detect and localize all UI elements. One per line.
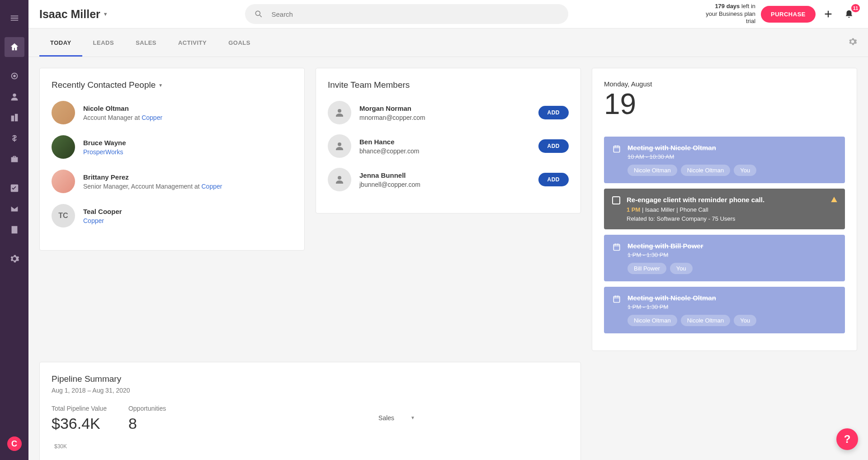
attendee-chip[interactable]: Bill Power <box>627 263 666 274</box>
page-title-dropdown[interactable]: Isaac Miller ▼ <box>39 8 108 21</box>
attendee-chip[interactable]: Nicole Oltman <box>627 165 677 176</box>
nav-mail[interactable] <box>5 199 24 219</box>
company-link[interactable]: Copper <box>83 217 104 224</box>
trial-status: 179 days left in your Business plan tria… <box>706 3 755 26</box>
add-member-button[interactable]: ADD <box>538 106 569 119</box>
calendar-date-label: Monday, August <box>604 80 845 88</box>
help-button[interactable]: ? <box>836 428 858 450</box>
purchase-button[interactable]: PURCHASE <box>761 6 816 23</box>
invite-team-card: Invite Team Members Morgan Norman mnorma… <box>316 68 581 213</box>
tab-today[interactable]: TODAY <box>39 28 82 57</box>
add-button[interactable] <box>820 6 836 22</box>
contact-row[interactable]: Brittany Perez Senior Manager, Account M… <box>52 170 292 193</box>
company-link[interactable]: Copper <box>142 114 162 121</box>
nav-reports[interactable] <box>5 220 24 240</box>
company-link[interactable]: Copper <box>202 183 222 190</box>
event-title: Meeting with Nicole Oltman <box>627 294 837 302</box>
task-time: 1 PM <box>627 206 640 213</box>
event-time: 1 PM - 1:30 PM <box>627 304 837 310</box>
pipeline-card: Pipeline Summary Aug 1, 2018 – Aug 31, 2… <box>39 362 581 460</box>
sidebar-rail: C <box>0 0 28 460</box>
search-box[interactable] <box>245 4 568 24</box>
checkbox-icon[interactable] <box>612 196 620 204</box>
stat-value: $36.4K <box>52 415 107 432</box>
pipeline-filter-select[interactable]: Sales ▼ <box>378 414 415 423</box>
task-related: Related to: Software Company - 75 Users <box>627 215 837 222</box>
contact-name: Teal Cooper <box>83 208 122 215</box>
nav-target[interactable] <box>5 66 24 86</box>
contact-name: Brittany Perez <box>83 173 222 181</box>
card-title: Invite Team Members <box>328 80 569 90</box>
invite-row: Ben Hance bhance@copper.com ADD <box>328 134 569 158</box>
svg-point-2 <box>13 94 16 97</box>
contact-role: ProsperWorks <box>83 148 126 156</box>
nav-person[interactable] <box>5 87 24 107</box>
tab-leads[interactable]: LEADS <box>82 28 125 57</box>
invite-email: jbunnell@copper.com <box>359 181 530 188</box>
tab-bar: TODAY LEADS SALES ACTIVITY GOALS <box>28 28 868 57</box>
nav-home[interactable] <box>5 37 24 57</box>
invite-row: Morgan Norman mnorman@copper.com ADD <box>328 101 569 124</box>
attendee-chip[interactable]: Nicole Oltman <box>681 315 731 326</box>
tab-sales[interactable]: SALES <box>125 28 167 57</box>
card-title-dropdown[interactable]: Recently Contacted People ▼ <box>52 80 292 90</box>
page-title: Isaac Miller <box>39 8 100 21</box>
warning-icon <box>830 196 838 205</box>
task-title: Re-engage client with reminder phone cal… <box>627 196 837 204</box>
avatar: TC <box>52 204 75 228</box>
tab-activity[interactable]: ACTIVITY <box>167 28 217 57</box>
invite-row: Jenna Bunnell jbunnell@copper.com ADD <box>328 168 569 191</box>
notifications-button[interactable]: 11 <box>841 6 857 22</box>
add-member-button[interactable]: ADD <box>538 139 569 153</box>
svg-rect-7 <box>613 146 619 152</box>
attendee-chip[interactable]: You <box>734 165 756 176</box>
menu-icon[interactable] <box>5 8 24 28</box>
nav-briefcase[interactable] <box>5 149 24 169</box>
nav-settings[interactable] <box>5 249 24 269</box>
search-input[interactable] <box>271 10 559 18</box>
calendar-event[interactable]: Meeting with Nicole Oltman 1 PM - 1:30 P… <box>604 287 845 333</box>
contact-row[interactable]: Nicole Oltman Account Manager at Copper <box>52 101 292 124</box>
brand-logo[interactable]: C <box>7 436 22 451</box>
avatar <box>52 101 75 124</box>
contact-role: Copper <box>83 217 122 224</box>
invite-name: Ben Hance <box>359 138 530 146</box>
tab-goals[interactable]: GOALS <box>217 28 261 57</box>
chevron-down-icon: ▼ <box>158 83 163 88</box>
stat-label: Total Pipeline Value <box>52 405 107 412</box>
attendee-chip[interactable]: You <box>734 315 756 326</box>
add-member-button[interactable]: ADD <box>538 173 569 186</box>
company-link[interactable]: ProsperWorks <box>83 148 123 156</box>
attendee-chip[interactable]: Nicole Oltman <box>627 315 677 326</box>
nav-company[interactable] <box>5 108 24 128</box>
calendar-task[interactable]: Re-engage client with reminder phone cal… <box>604 189 845 229</box>
contact-row[interactable]: TC Teal Cooper Copper <box>52 204 292 228</box>
attendee-chip[interactable]: You <box>670 263 693 274</box>
invite-email: mnorman@copper.com <box>359 114 530 121</box>
tabs-settings-button[interactable] <box>848 37 857 48</box>
nav-money[interactable] <box>5 128 24 148</box>
card-title: Pipeline Summary <box>52 374 569 384</box>
invite-name: Morgan Norman <box>359 104 530 112</box>
notification-badge: 11 <box>851 4 860 12</box>
calendar-icon <box>612 294 621 305</box>
contact-role: Senior Manager, Account Management at Co… <box>83 183 222 190</box>
avatar-placeholder <box>328 168 351 191</box>
svg-point-5 <box>338 142 341 146</box>
nav-tasks[interactable] <box>5 178 24 198</box>
event-title: Meeting with Bill Power <box>627 242 837 250</box>
calendar-card: Monday, August 19 Meeting with Nicole Ol… <box>592 68 857 351</box>
pipeline-date-range: Aug 1, 2018 – Aug 31, 2020 <box>52 387 569 394</box>
invite-name: Jenna Bunnell <box>359 171 530 179</box>
calendar-event[interactable]: Meeting with Nicole Oltman 10 AM - 10:30… <box>604 137 845 183</box>
main-content: TODAY LEADS SALES ACTIVITY GOALS Recentl… <box>28 28 868 460</box>
event-time: 1 PM - 1:30 PM <box>627 251 837 258</box>
avatar-placeholder <box>328 101 351 124</box>
contact-row[interactable]: Bruce Wayne ProsperWorks <box>52 135 292 159</box>
search-icon <box>254 9 263 19</box>
attendee-chip[interactable]: Nicole Oltman <box>681 165 731 176</box>
event-title: Meeting with Nicole Oltman <box>627 144 837 152</box>
svg-point-6 <box>338 176 341 180</box>
calendar-event[interactable]: Meeting with Bill Power 1 PM - 1:30 PM B… <box>604 235 845 281</box>
contact-role: Account Manager at Copper <box>83 114 162 121</box>
